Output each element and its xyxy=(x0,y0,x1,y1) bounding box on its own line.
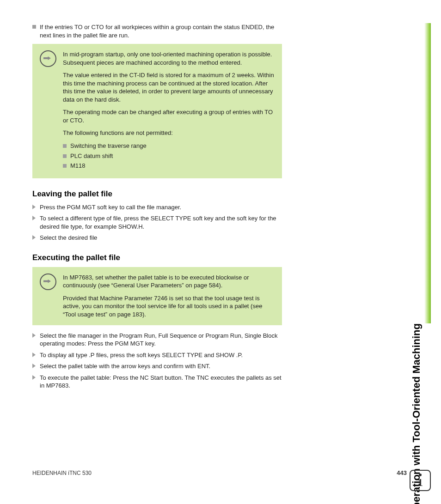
info-icon: 1 xyxy=(410,470,431,491)
list-item: Select the desired file xyxy=(32,234,282,242)
note2-p2: Provided that Machine Parameter 7246 is … xyxy=(63,294,275,319)
side-section-header: 13.2 Pallet Operation with Tool-Oriented… xyxy=(414,23,431,323)
note1-p4: The following functions are not permitte… xyxy=(63,129,275,137)
note1-p1: In mid-program startup, only one tool-or… xyxy=(63,50,275,67)
section2-list: Select the file manager in the Program R… xyxy=(32,332,282,390)
note1-p2: The value entered in the CT-ID field is … xyxy=(63,71,275,103)
heading-leaving: Leaving the pallet file xyxy=(32,189,282,199)
heading-executing: Executing the pallet file xyxy=(32,253,282,262)
list-item: Press the PGM MGT soft key to call the f… xyxy=(32,203,282,212)
note1-item: PLC datum shift xyxy=(63,152,275,160)
arrow-right-icon xyxy=(40,273,56,290)
page-content: If the entries TO or CTO for all workpie… xyxy=(32,23,282,393)
sidebar-gradient xyxy=(424,23,431,323)
intro-list: If the entries TO or CTO for all workpie… xyxy=(32,23,282,39)
footer-product: HEIDENHAIN iTNC 530 xyxy=(32,470,92,476)
arrow-right-icon xyxy=(40,50,56,67)
intro-bullet: If the entries TO or CTO for all workpie… xyxy=(32,23,282,39)
list-item: To display all type .P files, press the … xyxy=(32,351,282,359)
section1-list: Press the PGM MGT soft key to call the f… xyxy=(32,203,282,242)
list-item: Select the file manager in the Program R… xyxy=(32,332,282,348)
list-item: To execute the pallet table: Press the N… xyxy=(32,374,282,390)
note-box-2: In MP7683, set whether the pallet table … xyxy=(32,267,282,325)
note1-p3: The operating mode can be changed after … xyxy=(63,108,275,124)
note1-list: Switching the traverse range PLC datum s… xyxy=(63,142,275,170)
note1-item: M118 xyxy=(63,162,275,170)
note-body-1: In mid-program startup, only one tool-or… xyxy=(63,50,275,172)
note2-p1: In MP7683, set whether the pallet table … xyxy=(63,273,275,290)
note1-item: Switching the traverse range xyxy=(63,142,275,150)
list-item: To select a different type of file, pres… xyxy=(32,214,282,231)
page-footer: HEIDENHAIN iTNC 530 443 xyxy=(32,469,407,476)
page-number: 443 xyxy=(397,469,407,476)
list-item: Select the pallet table with the arrow k… xyxy=(32,362,282,370)
note-box-1: In mid-program startup, only one tool-or… xyxy=(32,44,282,178)
note-body-2: In MP7683, set whether the pallet table … xyxy=(63,273,275,319)
